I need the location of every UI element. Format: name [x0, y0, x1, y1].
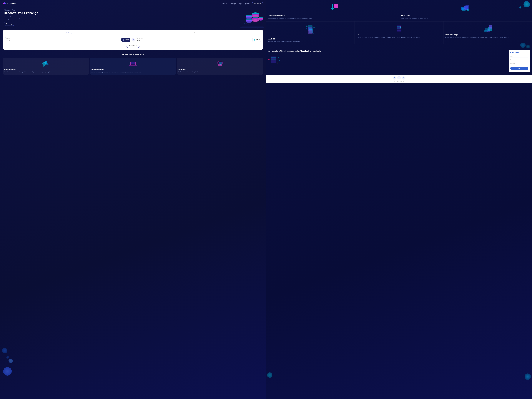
- from-currency-label: ETH: [125, 39, 128, 41]
- hero-subtitle: Join India's First: [4, 9, 262, 11]
- service-token-swaps: Token Swaps Swap, Transfer, Buy any supp…: [399, 0, 532, 21]
- social-telegram[interactable]: ✈: [402, 76, 405, 79]
- contact-name-input[interactable]: [510, 55, 528, 57]
- eth-icon: [123, 39, 124, 41]
- product-desc-1: A simple slot machine game built on top …: [4, 71, 88, 73]
- svg-point-96: [277, 63, 278, 64]
- svg-point-26: [258, 19, 263, 20]
- nav-exchange[interactable]: Exchange: [230, 3, 236, 5]
- svg-rect-90: [271, 61, 276, 63]
- mobile-dex-desc: We plan to bring power of DEX to your mo…: [268, 41, 353, 43]
- svg-point-91: [268, 59, 270, 60]
- svg-rect-66: [308, 30, 312, 34]
- svg-rect-86: [271, 57, 276, 58]
- zil-icon: Z: [254, 39, 255, 41]
- mobile-dex-img: [268, 23, 353, 38]
- svg-point-92: [278, 57, 279, 58]
- api-img: [356, 23, 442, 34]
- contact-illustration: [268, 54, 507, 65]
- research-desc: We love to share our knowledge latest re…: [445, 36, 530, 38]
- svg-point-67: [306, 25, 308, 27]
- svg-rect-53: [217, 62, 218, 64]
- svg-marker-30: [123, 39, 124, 40]
- svg-rect-54: [222, 62, 223, 64]
- svg-rect-52: [219, 65, 221, 65]
- exchange-card: Exchange Transfer You Send 1000 ETH ▾: [3, 30, 263, 50]
- svg-rect-83: [489, 25, 492, 29]
- brand-name: Cryptomart: [7, 3, 17, 5]
- hero-exchange-button[interactable]: Exchange: [4, 22, 15, 26]
- hero-illustration: [239, 7, 265, 31]
- social-twitter[interactable]: t: [397, 76, 401, 79]
- send-button[interactable]: Send: [510, 67, 528, 70]
- contact-message-input[interactable]: [510, 62, 528, 65]
- circle-decor-1: [520, 43, 526, 48]
- tab-transfer[interactable]: Transfer: [133, 32, 261, 35]
- svg-point-23: [252, 19, 259, 22]
- product-title-3: Mobile App: [178, 69, 262, 70]
- tab-exchange[interactable]: Exchange: [5, 32, 133, 35]
- place-order-button[interactable]: Place Order: [126, 44, 140, 48]
- to-currency-label: ZIL: [256, 39, 258, 41]
- products-grid: Lightning Network A simple slot machine …: [3, 58, 263, 75]
- svg-point-94: [269, 62, 270, 63]
- svg-rect-89: [271, 60, 276, 61]
- social-facebook[interactable]: f: [393, 76, 396, 79]
- swap-button[interactable]: ⇄: [132, 38, 135, 42]
- nav-lightning[interactable]: Lightning: [244, 3, 249, 5]
- svg-rect-48: [219, 62, 222, 64]
- contact-email-input[interactable]: [510, 58, 528, 61]
- exchange-row: You Send 1000 ETH ▾ ⇄ You Receive 52: [5, 37, 261, 42]
- products-section: PRODUCTS & SERVICES Lightning Network A …: [0, 52, 266, 77]
- footer: f t ✈ © All rights reserved: [266, 75, 532, 83]
- from-currency-chevron: ▾: [128, 39, 129, 41]
- svg-point-17: [246, 20, 252, 23]
- svg-point-37: [43, 65, 44, 67]
- token-swaps-title: Token Swaps: [401, 15, 530, 17]
- svg-point-95: [277, 62, 278, 63]
- logo: Cryptomart: [3, 2, 17, 5]
- product-card-lightning: Lightning Network A simple slot machine …: [90, 58, 176, 75]
- service-mobile-dex: Mobile DEX We plan to bring power of DEX…: [266, 21, 355, 44]
- svg-rect-88: [271, 59, 276, 60]
- svg-rect-50: [220, 64, 220, 65]
- to-currency-chevron: ▾: [259, 39, 260, 41]
- svg-point-14: [246, 17, 252, 19]
- svg-point-20: [252, 15, 259, 18]
- nav-blogs[interactable]: Blogs: [238, 3, 242, 5]
- svg-rect-84: [485, 28, 488, 31]
- svg-point-70: [313, 33, 314, 34]
- services-grid-2: Mobile DEX We plan to bring power of DEX…: [266, 21, 532, 44]
- decentralised-title: Decentralised Exchange: [268, 15, 397, 17]
- exchange-tabs: Exchange Transfer: [5, 32, 261, 35]
- you-receive-label: You Receive: [137, 38, 142, 39]
- contact-heading: Any questions? Reach out to us and we'll…: [268, 50, 507, 52]
- products-title: PRODUCTS & SERVICES: [3, 54, 263, 56]
- logo-icon: [3, 2, 6, 5]
- svg-rect-2: [4, 2, 5, 4]
- circle-decor-2: [526, 45, 530, 48]
- token-swaps-desc: Swap, Transfer, Buy any supported ERC20 …: [401, 17, 530, 19]
- mobile-dex-title: Mobile DEX: [268, 38, 353, 40]
- svg-rect-42: [131, 63, 132, 63]
- svg-rect-44: [133, 63, 134, 63]
- product-title-1: Lightning Network: [4, 69, 88, 70]
- svg-rect-43: [133, 63, 133, 63]
- research-title: Research & Blogs: [445, 34, 530, 36]
- nav-about[interactable]: About Us: [222, 3, 227, 5]
- service-research: Research & Blogs We love to share our kn…: [443, 21, 532, 44]
- services-grid: Decentralised Exchange Ocz's Decentralis…: [266, 0, 532, 21]
- from-currency-selector[interactable]: ETH ▾: [121, 38, 130, 42]
- svg-point-79: [400, 30, 401, 31]
- service-api: API We'll soon be releasing fully docume…: [355, 21, 443, 44]
- svg-point-77: [400, 27, 401, 28]
- svg-point-28: [263, 22, 264, 23]
- navbar: Cryptomart About Us Exchange Blogs Light…: [0, 0, 266, 7]
- buy-tokens-button[interactable]: Buy Tokens: [252, 2, 263, 5]
- api-title: API: [356, 34, 442, 36]
- svg-rect-51: [221, 64, 221, 65]
- svg-text:Z: Z: [254, 39, 255, 40]
- product-img-1: [4, 59, 88, 68]
- to-currency-selector[interactable]: Z ZIL ▾: [252, 38, 261, 42]
- blob-3: [267, 372, 272, 378]
